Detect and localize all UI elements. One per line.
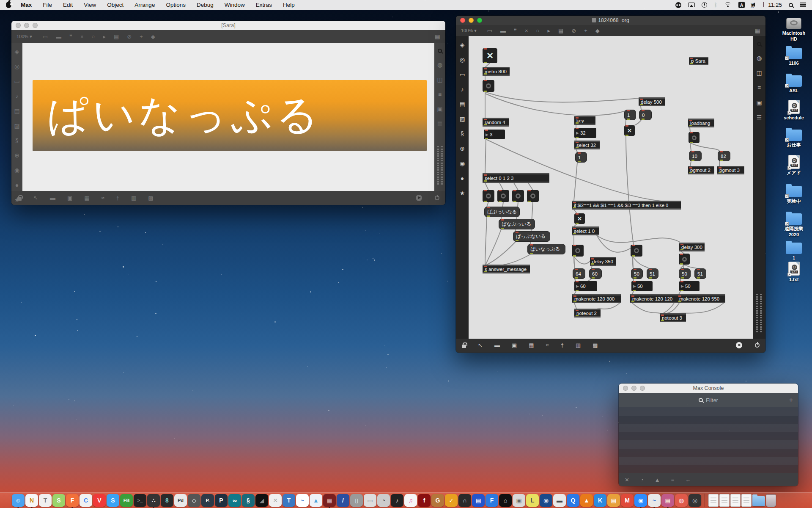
input-source-icon[interactable]: A (738, 2, 745, 8)
snapshot-icon[interactable]: ▣ (437, 106, 442, 112)
object-box[interactable]: makenote 120 300 (572, 294, 621, 303)
audio-power-icon[interactable] (755, 343, 760, 348)
menu-view[interactable]: View (84, 2, 96, 8)
message-box[interactable]: 64 (573, 268, 585, 279)
message-box[interactable]: 1 (624, 110, 636, 120)
toggle-box[interactable]: × (483, 48, 497, 63)
object-box[interactable]: random 4 (483, 118, 509, 127)
toggle-icon[interactable]: × (525, 28, 528, 33)
menu-extras[interactable]: Extras (256, 2, 272, 8)
dock-item-document-stack[interactable] (741, 494, 752, 507)
playbar-icon[interactable]: ▸ (103, 34, 106, 39)
menu-arrange[interactable]: Arrange (134, 2, 155, 8)
audio-icon[interactable]: ♪ (461, 86, 464, 92)
object-box[interactable]: s answer_message (483, 265, 530, 273)
bang-button[interactable] (689, 132, 700, 143)
cube-icon[interactable]: ◈ (15, 49, 19, 55)
desktop-icon-folder[interactable]: ↗遠隔授業2020 (776, 211, 812, 238)
panel-icon[interactable]: ▭ (14, 78, 19, 84)
dock-item-document-stack[interactable] (719, 494, 730, 507)
number-box[interactable]: ▶32 (574, 128, 596, 138)
info-circle-icon[interactable]: ◉ (460, 160, 465, 166)
dock-item-clapperboard[interactable]: ▬ (553, 494, 566, 507)
inspector-icon[interactable]: ◍ (757, 55, 762, 61)
columns-icon[interactable]: ◫ (756, 70, 762, 76)
zoom-level-control[interactable]: 100% ▾ (461, 28, 477, 33)
desktop-icon-folder[interactable]: ↗実験中 (776, 184, 812, 204)
object-box-icon[interactable]: ▭ (43, 34, 48, 39)
grid-icon[interactable]: ▦ (529, 342, 534, 348)
plug-icon[interactable]: ⊕ (14, 152, 19, 158)
desktop-icon-doc[interactable]: OTEXT↗1.txt (776, 262, 812, 283)
patch-cords-icon[interactable]: ≈ (102, 195, 104, 201)
dock-item-headphones[interactable]: ∩ (458, 494, 471, 507)
select-arrow-icon[interactable]: ↖ (33, 195, 38, 201)
dock-item-notes-app[interactable]: N (25, 494, 38, 507)
theme-bucket-icon[interactable]: ◆ (151, 34, 155, 39)
message-box-icon[interactable]: ▬ (56, 34, 61, 39)
object-box[interactable]: makenote 120 550 (677, 294, 725, 303)
desktop-icon-doc[interactable]: OTEXT↗メアド (776, 155, 812, 176)
dock-item-gmail[interactable]: M (621, 494, 634, 507)
tools-icon[interactable]: † (561, 342, 564, 348)
message-box[interactable]: 10 (689, 151, 702, 161)
object-box[interactable]: delay 500 (639, 97, 665, 106)
mixer-icon[interactable]: ☰ (757, 114, 762, 120)
message-box[interactable]: 51 (647, 268, 658, 279)
attachment-icon[interactable]: § (15, 138, 19, 144)
presentation-icon[interactable]: ▣ (512, 342, 517, 348)
apple-menu-icon[interactable] (6, 2, 11, 8)
snap-grid-icon[interactable]: ▩ (593, 342, 598, 348)
dock-item-downloads-folder[interactable] (752, 496, 765, 506)
object-box[interactable]: pgmout 3 (717, 166, 744, 174)
search-icon[interactable] (438, 49, 442, 53)
object-box-icon[interactable]: ▭ (487, 28, 492, 33)
patch-canvas[interactable]: ×metro 800random 4▶3select 0 1 2 3ぱぷっいなる… (469, 36, 753, 339)
playbar-icon[interactable]: ▸ (547, 28, 550, 33)
dock-item-watch[interactable]: ◔ (377, 494, 390, 507)
object-box[interactable]: if $i2==1 && $i1 ==1 && $i3 ==3 then 1 e… (572, 201, 681, 210)
dock-item-firefox[interactable]: F (66, 494, 79, 507)
menu-file[interactable]: File (43, 2, 52, 8)
dock-item-cube-3d[interactable]: ◇ (188, 494, 200, 507)
airplay-icon[interactable] (688, 3, 695, 7)
snapshot-icon[interactable]: ▣ (756, 99, 762, 105)
bluetooth-icon[interactable]: ᛒ (714, 2, 717, 8)
desktop-icon-folder[interactable]: ↗ASL (776, 73, 812, 94)
star-icon[interactable]: ★ (460, 190, 465, 196)
grid-overlay-icon[interactable]: ▦ (755, 28, 760, 33)
message-box[interactable]: 0 (639, 110, 652, 120)
menu-window[interactable]: Window (225, 2, 245, 8)
attachment-icon[interactable]: § (461, 131, 464, 137)
dial-target-icon[interactable]: ◎ (460, 57, 465, 63)
message-box[interactable]: ぱなぷっいる (499, 219, 535, 229)
time-machine-icon[interactable] (702, 2, 707, 8)
desktop-icon-folder[interactable]: ↗お仕事 (776, 127, 812, 148)
number-box[interactable]: ▶60 (574, 281, 597, 291)
snap-grid-icon[interactable]: ▩ (148, 195, 153, 201)
dock-item-processing-p[interactable]: P (215, 494, 228, 507)
dock-item-itunes[interactable]: ♫ (404, 494, 417, 507)
dock-item-things[interactable]: ✓ (445, 494, 458, 507)
desktop-icon-folder[interactable]: 1 (776, 240, 812, 261)
patch-cords-icon[interactable]: ≈ (546, 342, 549, 348)
message-box[interactable]: ぱいなっぷる (527, 244, 565, 254)
dock-item-frames[interactable]: ▭ (364, 494, 376, 507)
dock-item-document-stack[interactable] (708, 494, 719, 507)
slider-icon[interactable]: ▤ (114, 34, 119, 39)
back-arrow-icon[interactable]: ← (685, 477, 691, 483)
audio-icon[interactable]: ♪ (16, 93, 19, 99)
desktop-icon-drive[interactable]: MacintoshHD (776, 18, 812, 42)
image-icon[interactable]: ▨ (459, 116, 465, 122)
dock-item-p5[interactable]: P. (201, 494, 214, 507)
dock-item-pd[interactable]: Pd (174, 494, 187, 507)
dock-item-terminal[interactable]: >_ (134, 494, 146, 507)
dock-item-textedit[interactable]: T (39, 494, 52, 507)
lock-icon[interactable] (17, 197, 22, 201)
bang-button[interactable] (483, 190, 494, 202)
message-box[interactable]: 51 (694, 268, 706, 279)
dock-item-grapher[interactable]: ~ (296, 494, 309, 507)
dock-item-garageband[interactable]: G (431, 494, 444, 507)
dock-item-trash[interactable] (766, 494, 776, 507)
object-box[interactable]: makenote 120 120 (630, 294, 678, 303)
